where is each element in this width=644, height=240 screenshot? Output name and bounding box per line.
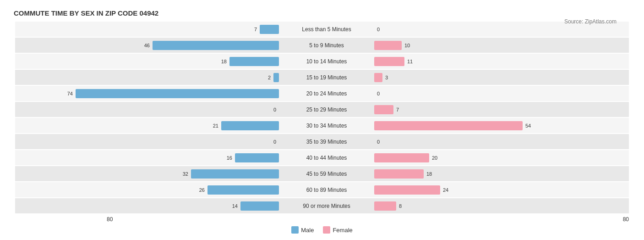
axis-row: 80 80 bbox=[15, 216, 629, 223]
axis-min-label: 80 bbox=[107, 216, 113, 223]
male-value: 16 bbox=[227, 155, 232, 161]
female-value: 18 bbox=[426, 171, 432, 177]
chart-area: 7 Less than 5 Minutes 0 46 5 to 9 Minute… bbox=[15, 22, 629, 234]
left-side: 14 bbox=[15, 198, 281, 213]
row-label: 30 to 34 Minutes bbox=[281, 123, 372, 129]
row-label: 35 to 39 Minutes bbox=[281, 139, 372, 145]
left-side: 18 bbox=[15, 54, 281, 69]
male-bar bbox=[240, 201, 279, 211]
chart-row: 2 15 to 19 Minutes 3 bbox=[15, 70, 629, 85]
male-value: 14 bbox=[232, 203, 238, 209]
male-bar bbox=[76, 89, 279, 98]
chart-row: 74 20 to 24 Minutes 0 bbox=[15, 86, 629, 101]
male-value: 74 bbox=[67, 91, 73, 96]
female-bar bbox=[374, 57, 404, 66]
bars-container: 7 Less than 5 Minutes 0 46 5 to 9 Minute… bbox=[15, 22, 629, 214]
male-value: 0 bbox=[273, 139, 276, 145]
male-bar bbox=[273, 73, 279, 82]
male-value: 18 bbox=[221, 59, 227, 64]
row-label: 60 to 89 Minutes bbox=[281, 187, 372, 193]
chart-row: 46 5 to 9 Minutes 10 bbox=[15, 38, 629, 53]
left-side: 2 bbox=[15, 70, 281, 85]
legend-female: Female bbox=[323, 226, 352, 234]
female-bar bbox=[374, 121, 523, 130]
male-value: 0 bbox=[273, 107, 276, 112]
row-label: 40 to 44 Minutes bbox=[281, 155, 372, 161]
right-side: 24 bbox=[372, 182, 638, 197]
male-bar bbox=[260, 25, 279, 34]
row-label: 5 to 9 Minutes bbox=[281, 42, 372, 49]
left-side: 21 bbox=[15, 118, 281, 133]
male-bar bbox=[229, 57, 279, 66]
right-side: 20 bbox=[372, 150, 638, 165]
legend-male-label: Male bbox=[301, 227, 314, 234]
female-bar bbox=[374, 153, 429, 162]
female-bar bbox=[374, 185, 440, 195]
left-side: 0 bbox=[15, 102, 281, 117]
female-value: 24 bbox=[443, 187, 448, 193]
male-value: 2 bbox=[268, 75, 271, 80]
axis-max-label: 80 bbox=[623, 216, 629, 223]
left-side: 74 bbox=[15, 86, 281, 101]
right-side: 3 bbox=[372, 70, 638, 85]
row-label: 90 or more Minutes bbox=[281, 203, 372, 209]
right-side: 11 bbox=[372, 54, 638, 69]
left-side: 26 bbox=[15, 182, 281, 197]
female-value: 20 bbox=[432, 155, 437, 161]
legend-male: Male bbox=[291, 226, 314, 234]
male-value: 26 bbox=[199, 187, 205, 193]
chart-row: 7 Less than 5 Minutes 0 bbox=[15, 22, 629, 37]
female-bar bbox=[374, 201, 396, 211]
right-side: 18 bbox=[372, 166, 638, 181]
male-bar bbox=[153, 41, 279, 50]
legend-male-box bbox=[291, 226, 299, 234]
left-side: 0 bbox=[15, 134, 281, 149]
chart-row: 14 90 or more Minutes 8 bbox=[15, 198, 629, 213]
male-bar bbox=[235, 153, 279, 162]
female-value: 0 bbox=[377, 91, 380, 96]
legend: Male Female bbox=[15, 226, 629, 234]
right-side: 0 bbox=[372, 86, 638, 101]
left-side: 46 bbox=[15, 38, 281, 53]
female-value: 3 bbox=[385, 75, 388, 80]
female-value: 10 bbox=[404, 43, 410, 48]
female-value: 0 bbox=[377, 139, 380, 145]
female-bar bbox=[374, 169, 424, 179]
right-side: 0 bbox=[372, 22, 638, 37]
right-side: 8 bbox=[372, 198, 638, 213]
male-value: 46 bbox=[144, 43, 150, 48]
female-value: 54 bbox=[525, 123, 531, 128]
chart-row: 16 40 to 44 Minutes 20 bbox=[15, 150, 629, 165]
left-side: 7 bbox=[15, 22, 281, 37]
male-value: 21 bbox=[213, 123, 218, 128]
male-value: 7 bbox=[254, 27, 257, 32]
row-label: Less than 5 Minutes bbox=[281, 26, 372, 33]
row-label: 15 to 19 Minutes bbox=[281, 74, 372, 81]
female-bar bbox=[374, 73, 382, 82]
chart-title: COMMUTE TIME BY SEX IN ZIP CODE 04942 bbox=[14, 9, 630, 17]
female-value: 11 bbox=[407, 59, 413, 64]
female-value: 0 bbox=[377, 27, 380, 32]
male-bar bbox=[191, 169, 279, 179]
chart-row: 0 35 to 39 Minutes 0 bbox=[15, 134, 629, 149]
axis-right: 80 bbox=[368, 216, 629, 223]
row-label: 25 to 29 Minutes bbox=[281, 106, 372, 113]
legend-female-box bbox=[323, 226, 330, 234]
right-side: 0 bbox=[372, 134, 638, 149]
row-label: 20 to 24 Minutes bbox=[281, 90, 372, 97]
chart-row: 0 25 to 29 Minutes 7 bbox=[15, 102, 629, 117]
female-bar bbox=[374, 105, 393, 114]
right-side: 54 bbox=[372, 118, 638, 133]
chart-row: 21 30 to 34 Minutes 54 bbox=[15, 118, 629, 133]
row-label: 10 to 14 Minutes bbox=[281, 58, 372, 65]
male-bar bbox=[221, 121, 279, 130]
chart-row: 26 60 to 89 Minutes 24 bbox=[15, 182, 629, 197]
axis-left: 80 bbox=[107, 216, 368, 223]
right-side: 7 bbox=[372, 102, 638, 117]
chart-row: 32 45 to 59 Minutes 18 bbox=[15, 166, 629, 181]
left-side: 16 bbox=[15, 150, 281, 165]
male-bar bbox=[207, 185, 279, 195]
right-side: 10 bbox=[372, 38, 638, 53]
row-label: 45 to 59 Minutes bbox=[281, 171, 372, 177]
female-value: 8 bbox=[399, 203, 402, 209]
